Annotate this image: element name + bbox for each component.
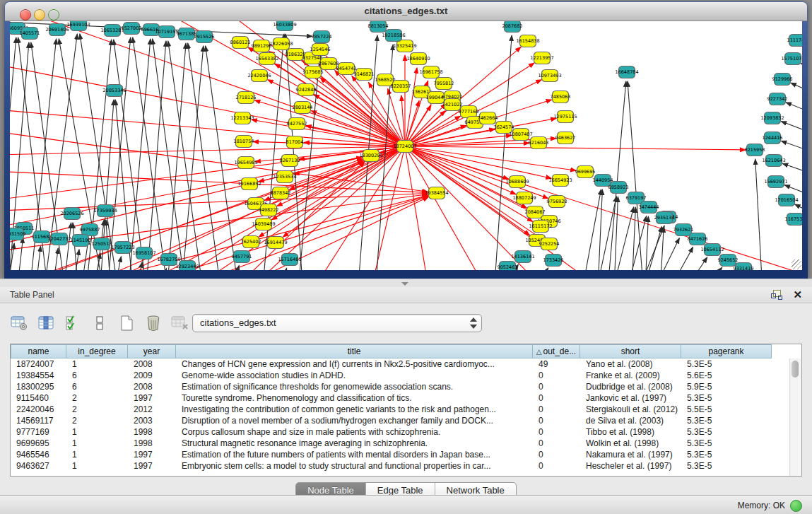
- graph-node[interactable]: 8215958: [745, 144, 765, 156]
- graph-node[interactable]: 12213957: [530, 52, 553, 64]
- graph-node[interactable]: 3474444: [639, 201, 659, 214]
- vertical-scrollbar[interactable]: [789, 358, 801, 476]
- graph-node[interactable]: 2803144: [293, 102, 313, 114]
- graph-node[interactable]: 2718126: [236, 92, 257, 104]
- graph-node[interactable]: 16154838: [516, 35, 539, 47]
- table-row[interactable]: 1830029562008Estimation of significance …: [11, 381, 801, 392]
- graph-node[interactable]: 9129966: [772, 74, 793, 86]
- graph-node[interactable]: 2935134: [654, 212, 675, 224]
- graph-node[interactable]: 8220357: [391, 81, 411, 93]
- table-row[interactable]: 969969511998Structural magnetic resonanc…: [11, 438, 801, 449]
- float-panel-icon[interactable]: [771, 290, 781, 299]
- graph-node[interactable]: 9052461: [498, 262, 518, 271]
- graph-node[interactable]: 7915526: [194, 31, 215, 43]
- graph-node[interactable]: 1733426: [543, 255, 564, 267]
- graph-node[interactable]: 9175685: [303, 66, 324, 78]
- graph-node[interactable]: 6958923: [608, 182, 629, 194]
- scrollbar-thumb[interactable]: [792, 361, 799, 378]
- select-columns-button[interactable]: [37, 314, 55, 332]
- graph-node[interactable]: 7462664: [478, 112, 498, 124]
- graph-node[interactable]: 817004: [286, 136, 304, 148]
- graph-node[interactable]: 8427552: [287, 118, 307, 130]
- graph-node[interactable]: 12975115: [553, 111, 577, 123]
- column-header-pagerank[interactable]: pagerank: [681, 344, 772, 358]
- citation-network-graph[interactable]: 1872400788601239891296182260581654338281…: [10, 21, 802, 270]
- graph-node[interactable]: 12213343: [230, 112, 254, 124]
- graph-node[interactable]: 9146821: [354, 69, 375, 81]
- create-table-button[interactable]: [117, 314, 136, 332]
- column-header-short[interactable]: short: [580, 344, 681, 358]
- graph-node[interactable]: 1167533: [785, 214, 802, 226]
- graph-node[interactable]: 9756928: [547, 196, 567, 208]
- graph-node[interactable]: 19166852: [237, 178, 261, 190]
- table-selector-dropdown[interactable]: citations_edges.txt: [192, 314, 482, 332]
- table-row[interactable]: 1456911722003Disruption of a novel membe…: [11, 415, 801, 426]
- graph-node[interactable]: 1254546: [310, 44, 331, 56]
- graph-node[interactable]: 16939103: [66, 21, 90, 31]
- graph-node[interactable]: 16210643: [762, 155, 785, 167]
- delete-table-button[interactable]: [144, 314, 163, 332]
- graph-node[interactable]: 8471626: [688, 233, 708, 245]
- graph-node[interactable]: 20206526: [60, 208, 83, 220]
- table-row[interactable]: 911546021997Tourette syndrome. Phenomeno…: [11, 392, 801, 404]
- graph-node[interactable]: 1111745: [787, 35, 802, 47]
- graph-node[interactable]: 9891296: [252, 40, 272, 52]
- graph-node[interactable]: 20691406: [45, 24, 69, 36]
- graph-node[interactable]: 8860123: [230, 37, 251, 49]
- graph-node[interactable]: 9331419: [734, 263, 754, 271]
- table-row[interactable]: 2242004622012Investigating the contribut…: [11, 404, 801, 415]
- graph-node[interactable]: 10654112: [700, 244, 724, 256]
- graph-node[interactable]: 15716485: [278, 254, 301, 266]
- graph-node[interactable]: 19654985: [234, 157, 257, 169]
- graph-node[interactable]: 1145190: [71, 235, 91, 247]
- column-header-in_degree[interactable]: in_degree: [66, 344, 128, 358]
- column-header-name[interactable]: name: [11, 344, 66, 358]
- graph-node[interactable]: 2087682: [502, 21, 523, 33]
- graph-node[interactable]: 1527002: [122, 23, 142, 35]
- graph-node[interactable]: 9227342: [767, 93, 788, 105]
- table-row[interactable]: 946554611997Estimation of the future num…: [11, 449, 801, 460]
- graph-node[interactable]: 18226058: [269, 38, 293, 50]
- graph-node[interactable]: 8267130: [280, 155, 300, 167]
- graph-node[interactable]: 10688609: [505, 176, 529, 188]
- divider-handle-icon[interactable]: [401, 282, 408, 286]
- table-row[interactable]: 1872400712008Changes of HCN gene express…: [11, 358, 801, 370]
- graph-node[interactable]: 15751074: [781, 53, 802, 65]
- column-header-year[interactable]: year: [128, 344, 176, 358]
- graph-node[interactable]: 9498222: [259, 204, 279, 216]
- graph-node[interactable]: 18640910: [406, 53, 430, 65]
- table-row[interactable]: 977716911998Corpus callosum shape and si…: [11, 426, 801, 438]
- graph-node[interactable]: 9242848: [296, 84, 317, 96]
- graph-node[interactable]: 12353534: [273, 171, 296, 183]
- table-settings-button[interactable]: [10, 314, 28, 332]
- graph-node[interactable]: 16654923: [548, 175, 572, 187]
- graph-node[interactable]: 1250513: [92, 238, 112, 250]
- network-canvas[interactable]: 1872400788601239891296182260581654338281…: [10, 21, 802, 270]
- graph-node[interactable]: 16958107: [132, 247, 155, 259]
- graph-node[interactable]: 9463627: [555, 132, 576, 144]
- column-header-out_degree[interactable]: △out_de...: [533, 344, 580, 358]
- select-rows-button[interactable]: [64, 314, 82, 332]
- graph-node[interactable]: 9245652: [718, 255, 739, 267]
- graph-node[interactable]: 6216043: [529, 137, 549, 149]
- graph-node[interactable]: 9252254: [539, 238, 560, 250]
- graph-node[interactable]: 9699695: [575, 166, 596, 178]
- close-panel-icon[interactable]: ✕: [793, 288, 802, 301]
- graph-node[interactable]: 7857224: [312, 31, 332, 43]
- graph-node[interactable]: 16961758: [419, 66, 442, 78]
- table-row[interactable]: 946362711997Embryonic stem cells: a mode…: [11, 460, 801, 472]
- graph-node[interactable]: 7485063: [551, 91, 571, 103]
- graph-node[interactable]: 9457791: [232, 251, 252, 263]
- graph-node[interactable]: 14136141: [511, 251, 534, 263]
- window-titlebar[interactable]: citations_edges.txt: [5, 2, 807, 21]
- graph-node[interactable]: 3931509: [10, 228, 25, 240]
- graph-node[interactable]: 1405571: [20, 28, 40, 40]
- graph-node[interactable]: 7625402: [241, 236, 261, 248]
- graph-node[interactable]: 8878342: [271, 187, 291, 199]
- graph-node[interactable]: 12093832: [760, 112, 784, 124]
- window-resize-grip[interactable]: [792, 259, 801, 269]
- row-height-button[interactable]: [90, 314, 109, 332]
- graph-node[interactable]: 1810754: [234, 136, 254, 148]
- graph-node[interactable]: 8813054: [368, 21, 389, 33]
- graph-node[interactable]: 16648784: [615, 66, 638, 78]
